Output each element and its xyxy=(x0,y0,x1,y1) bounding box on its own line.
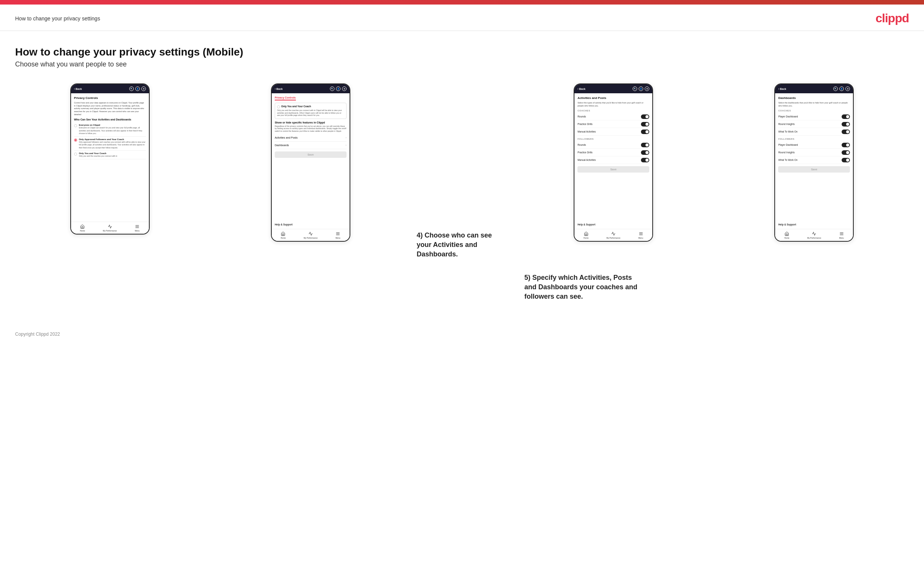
back-button-2[interactable]: ‹ Back xyxy=(275,88,283,90)
chevron-right-icon-2: › xyxy=(346,143,347,147)
person-icon-4[interactable]: 👤 xyxy=(839,87,844,91)
screenshot-group-1: ‹ Back 🔍 👤 ⚙ Privacy Controls Control ho… xyxy=(15,84,204,234)
screenshot-group-3: ‹ Back 🔍 👤 ⚙ Activities and Posts Select… xyxy=(519,84,708,242)
phone-content-3: Activities and Posts Select the types of… xyxy=(574,93,652,222)
toggle-coaches-manual-switch[interactable] xyxy=(641,129,649,134)
settings-icon[interactable]: ⚙ xyxy=(141,87,146,91)
toggle-coaches-what-to-work: What To Work On xyxy=(778,128,850,135)
menu-icon-4 xyxy=(839,231,844,236)
breadcrumb: How to change your privacy settings xyxy=(15,16,100,21)
toggle-followers-manual-switch[interactable] xyxy=(641,158,649,162)
search-icon-3[interactable]: 🔍 xyxy=(633,87,637,91)
radio-approved[interactable]: Only Approved Followers and Your Coach O… xyxy=(74,137,146,151)
performance-icon xyxy=(107,224,113,229)
nav-performance-3[interactable]: My Performance xyxy=(607,231,620,239)
performance-icon-2 xyxy=(308,231,313,236)
back-label-4: Back xyxy=(780,88,787,90)
toggle-followers-drills: Practice Drills xyxy=(577,149,649,156)
help-support-4: Help & Support xyxy=(778,223,850,226)
caption-5: 5) Specify which Activities, Posts and D… xyxy=(525,273,646,302)
toggle-followers-what-to-work-switch[interactable] xyxy=(842,158,850,162)
dashboards-item[interactable]: Dashboards › xyxy=(275,142,347,149)
settings-icon-3[interactable]: ⚙ xyxy=(645,87,649,91)
page-subheading: Choose what you want people to see xyxy=(15,60,909,68)
toggle-followers-player-dash-switch[interactable] xyxy=(842,143,850,147)
toggle-coaches-manual: Manual Activities xyxy=(577,128,649,135)
copyright: Copyright Clippd 2022 xyxy=(15,332,60,337)
phone-bottom-nav-3: Home My Performance Menu xyxy=(574,229,652,241)
toggle-followers-rounds-switch[interactable] xyxy=(641,143,649,147)
toggle-coaches-round-insights-switch[interactable] xyxy=(842,122,850,126)
home-icon-4 xyxy=(784,231,790,236)
menu-icon-2 xyxy=(335,231,341,236)
save-button-4[interactable]: Save xyxy=(778,166,850,172)
toggle-coaches-rounds-switch[interactable] xyxy=(641,114,649,119)
phone-mockup-2: ‹ Back 🔍 👤 ⚙ Privacy Controls xyxy=(271,84,351,242)
settings-icon-4[interactable]: ⚙ xyxy=(845,87,850,91)
radio-everyone[interactable]: Everyone on Clippd Everyone on Clippd ca… xyxy=(74,122,146,137)
save-button-3[interactable]: Save xyxy=(577,166,649,172)
search-icon-2[interactable]: 🔍 xyxy=(330,87,334,91)
save-button-2[interactable]: Save xyxy=(275,152,347,158)
main-content: How to change your privacy settings (Mob… xyxy=(0,31,924,324)
screenshot-group-caption-4: 4) Choose who can see your Activities an… xyxy=(417,84,507,259)
toggle-followers-what-to-work: What To Work On xyxy=(778,156,850,164)
screenshot-group-4: ‹ Back 🔍 👤 ⚙ Dashboards Select the dashb… xyxy=(720,84,909,242)
toggle-coaches-player-dash-switch[interactable] xyxy=(842,114,850,119)
phone-nav-2: ‹ Back 🔍 👤 ⚙ xyxy=(272,84,350,93)
show-hide-title: Show or hide specific features in Clippd xyxy=(275,121,347,124)
nav-menu-4[interactable]: Menu xyxy=(839,231,844,239)
settings-icon-2[interactable]: ⚙ xyxy=(342,87,347,91)
phone-mockup-4: ‹ Back 🔍 👤 ⚙ Dashboards Select the dashb… xyxy=(774,84,854,242)
nav-menu-1[interactable]: Menu xyxy=(134,224,140,232)
back-button-3[interactable]: ‹ Back xyxy=(577,88,585,90)
screenshot-group-2: ‹ Back 🔍 👤 ⚙ Privacy Controls xyxy=(216,84,405,242)
toggle-followers-round-insights-switch[interactable] xyxy=(842,150,850,155)
nav-home-4[interactable]: Home xyxy=(784,231,790,239)
only-you-box: Only You and Your Coach Only you and the… xyxy=(275,103,347,119)
help-support-3: Help & Support xyxy=(577,223,649,226)
nav-home-2[interactable]: Home xyxy=(280,231,286,239)
back-button-1[interactable]: ‹ Back xyxy=(74,88,82,90)
phone-bottom-nav-2: Home My Performance Menu xyxy=(272,229,350,241)
page-heading: How to change your privacy settings (Mob… xyxy=(15,46,909,58)
followers-label-3: FOLLOWERS xyxy=(577,138,649,140)
nav-menu-2[interactable]: Menu xyxy=(335,231,341,239)
toggle-followers-player-dash: Player Dashboard xyxy=(778,141,850,149)
toggle-coaches-rounds: Rounds xyxy=(577,113,649,121)
show-hide-desc: Regardless of the privacy controls that … xyxy=(275,125,347,132)
caption-spacer-3 xyxy=(423,266,513,302)
nav-performance-4[interactable]: My Performance xyxy=(807,231,821,239)
person-icon-3[interactable]: 👤 xyxy=(639,87,643,91)
chevron-right-icon: › xyxy=(346,136,347,139)
privacy-controls-title: Privacy Controls xyxy=(74,96,146,100)
toggle-coaches-what-to-work-switch[interactable] xyxy=(842,129,850,134)
only-you-radio xyxy=(277,105,280,108)
radio-only-you[interactable]: Only You and Your Coach Only you and the… xyxy=(74,151,146,160)
phone-mockup-1: ‹ Back 🔍 👤 ⚙ Privacy Controls Control ho… xyxy=(70,84,150,234)
nav-menu-3[interactable]: Menu xyxy=(638,231,644,239)
performance-icon-4 xyxy=(811,231,817,236)
toggle-coaches-player-dash: Player Dashboard xyxy=(778,113,850,121)
activities-posts-item[interactable]: Activities and Posts › xyxy=(275,134,347,142)
back-button-4[interactable]: ‹ Back xyxy=(778,88,786,90)
nav-performance-1[interactable]: My Performance xyxy=(103,224,117,232)
captions-row: 5) Specify which Activities, Posts and D… xyxy=(15,266,909,302)
toggle-coaches-drills-switch[interactable] xyxy=(641,122,649,126)
nav-performance-2[interactable]: My Performance xyxy=(304,231,318,239)
toggle-coaches-drills: Practice Drills xyxy=(577,121,649,128)
search-icon[interactable]: 🔍 xyxy=(129,87,134,91)
toggle-followers-drills-switch[interactable] xyxy=(641,150,649,155)
person-icon[interactable]: 👤 xyxy=(135,87,140,91)
search-icon-4[interactable]: 🔍 xyxy=(833,87,838,91)
phone-bottom-nav-4: Home My Performance Menu xyxy=(775,229,853,241)
nav-home-3[interactable]: Home xyxy=(583,231,589,239)
privacy-controls-desc: Control how and your data appears to eve… xyxy=(74,102,146,116)
toggle-followers-rounds: Rounds xyxy=(577,141,649,149)
logo: clippd xyxy=(876,11,909,25)
privacy-tab: Privacy Controls xyxy=(275,96,296,100)
radio-circle-everyone xyxy=(74,124,77,127)
nav-home-1[interactable]: Home xyxy=(80,224,85,232)
phone-nav-4: ‹ Back 🔍 👤 ⚙ xyxy=(775,84,853,93)
person-icon-2[interactable]: 👤 xyxy=(336,87,341,91)
